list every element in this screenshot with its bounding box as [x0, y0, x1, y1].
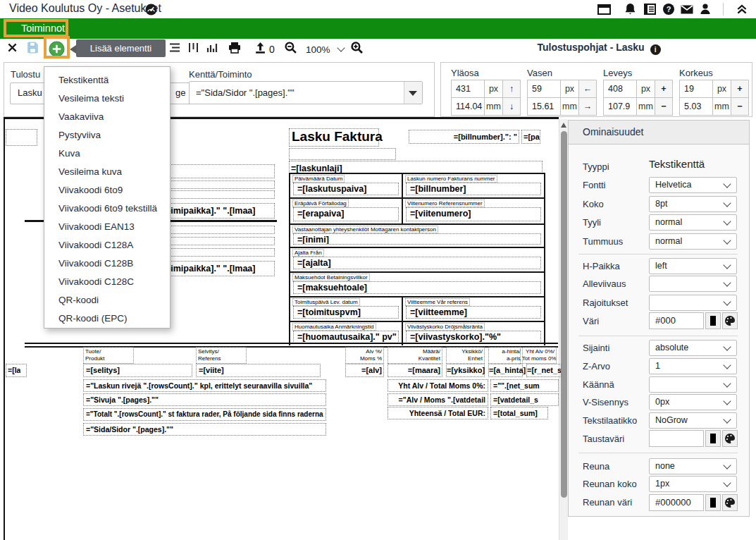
invoice-field[interactable]: =[la	[6, 364, 27, 377]
invoice-field[interactable]: ="Laskun rivejä ".[rowsCount]." kpl, eri…	[83, 379, 326, 392]
invoice-field[interactable]: =[viite]	[196, 364, 321, 377]
canvas-scrollbar[interactable]	[559, 119, 568, 540]
menu-item-kuva[interactable]: Kuva	[44, 145, 170, 163]
move-left-button[interactable]: ←	[578, 80, 597, 98]
help-icon[interactable]: ?	[663, 4, 674, 15]
menu-item-viivakoodi-c128c[interactable]: Viivakoodi C128C	[44, 273, 170, 291]
invoice-field[interactable]: =[billnumber]	[406, 183, 541, 195]
invoice-field[interactable]: =[viivastyskorko]."%"	[406, 331, 541, 343]
invoice-field[interactable]: =[maara]	[388, 364, 442, 377]
menu-item-viivakoodi-ean13[interactable]: Viivakoodi EAN13	[44, 218, 170, 236]
print-icon[interactable]	[228, 42, 242, 56]
scrollbar-thumb[interactable]	[561, 131, 567, 498]
save-icon[interactable]	[27, 42, 41, 56]
taustavari-swatch-button[interactable]	[705, 430, 721, 447]
bar-chart-icon[interactable]	[206, 42, 221, 56]
menu-item-qr-koodi-epc[interactable]: QR-koodi (EPC)	[44, 309, 170, 328]
zoom-out-icon[interactable]	[285, 42, 299, 56]
top-px-input[interactable]: 431	[451, 80, 485, 98]
invoice-field[interactable]: =[maksuehtoale]	[293, 281, 541, 294]
menu-item-viivakoodi-c128b[interactable]: Viivakoodi C128B	[44, 254, 170, 273]
vari-swatch-button[interactable]	[705, 312, 721, 329]
invoice-field[interactable]: =[yksikko]	[446, 364, 485, 377]
top-mm-input[interactable]: 114.04	[451, 97, 485, 116]
zoom-level-select[interactable]: 100%	[306, 43, 345, 57]
sijainti-select[interactable]: absolute	[649, 340, 737, 356]
reunan-vari-palette-button[interactable]	[722, 494, 738, 511]
invoice-field[interactable]: =[viitteemme]	[406, 306, 541, 319]
h-paikka-select[interactable]: left	[649, 258, 737, 274]
mail-icon[interactable]	[681, 4, 693, 17]
invoice-field[interactable]: =[a_hinta]	[488, 364, 523, 377]
vari-input[interactable]: #000	[649, 312, 704, 329]
reunan-vari-swatch-button[interactable]	[705, 494, 721, 511]
invoice-field-empty[interactable]	[289, 148, 396, 160]
menu-item-viivakoodi-6to9-tekstilla[interactable]: Viivakoodi 6to9 tekstillä	[44, 200, 170, 218]
width-px-input[interactable]: 408	[603, 80, 637, 98]
height-decrease-button[interactable]: −	[731, 97, 749, 116]
invoice-field[interactable]: =[laskunlaji]	[289, 161, 543, 173]
align-lines-icon[interactable]	[169, 42, 183, 56]
menu-item-tekstikentta[interactable]: Tekstikenttä	[44, 71, 170, 90]
invoice-field[interactable]: =[huomautusaika]." pv"	[293, 331, 399, 343]
reuna-select[interactable]: none	[649, 458, 737, 474]
invoice-field[interactable]: =[toimituspvm]	[293, 306, 399, 319]
distribute-columns-icon[interactable]	[188, 42, 202, 56]
invoice-field[interactable]: =[vatdetail_s	[490, 393, 559, 406]
invoice-field[interactable]: ="Sivuja ".[pages].""	[83, 393, 326, 406]
invoice-field[interactable]: =[ajalta]	[293, 257, 541, 269]
fontti-select[interactable]: Helvetica	[649, 177, 737, 193]
invoice-field[interactable]: =[erapaiva]	[293, 207, 399, 221]
field-function-combobox[interactable]: ="Sida/Sidor ".[pages].""	[189, 81, 423, 104]
reunan-koko-select[interactable]: 1px	[649, 476, 737, 492]
v-sisennys-select[interactable]: 0px	[649, 394, 737, 410]
invoice-field[interactable]: Yhteensä / Total EUR:	[388, 407, 488, 419]
menu-item-vaakaviiva[interactable]: Vaakaviiva	[44, 108, 170, 126]
invoice-field[interactable]: Yht Alv / Total Moms 0%:	[388, 379, 488, 392]
info-icon[interactable]: i	[650, 44, 661, 55]
width-mm-input[interactable]: 107.9	[603, 97, 637, 116]
invoice-field[interactable]: ="Alv / Moms ".[vatdetail	[388, 393, 488, 406]
invoice-field[interactable]: ="".[net_sum	[490, 379, 559, 392]
reunan-vari-input[interactable]: #000000	[649, 494, 704, 511]
invoice-field[interactable]: =[inimi]	[293, 233, 541, 245]
invoice-field[interactable]: =[pa	[521, 130, 540, 144]
field-function-input[interactable]: ="Sida/Sidor ".[pages].""	[190, 82, 404, 104]
menu-item-viivakoodi-6to9[interactable]: Viivakoodi 6to9	[44, 181, 170, 200]
width-decrease-button[interactable]: −	[655, 97, 673, 116]
tyyli-select[interactable]: normal	[649, 214, 737, 231]
menu-item-vesileima-teksti[interactable]: Vesileima teksti	[44, 90, 170, 108]
invoice-title-field[interactable]: Lasku Faktura	[289, 128, 379, 147]
journal-icon[interactable]	[644, 4, 656, 18]
left-px-input[interactable]: 59	[527, 80, 561, 98]
move-down-button[interactable]: ↓	[502, 97, 521, 116]
invoice-field[interactable]: =[viitenumero]	[406, 207, 541, 221]
rajoitukset-select[interactable]	[649, 295, 737, 311]
vari-palette-button[interactable]	[722, 312, 738, 329]
invoice-field[interactable]: =[selitys]	[83, 364, 192, 377]
width-increase-button[interactable]: +	[655, 80, 673, 98]
taustavari-palette-button[interactable]	[722, 430, 738, 447]
invoice-field[interactable]: =[alv]	[345, 364, 384, 377]
z-arvo-select[interactable]: 1	[649, 358, 737, 374]
bell-icon[interactable]	[624, 3, 636, 18]
height-px-input[interactable]: 19	[679, 80, 713, 98]
invoice-field[interactable]: =[total_sum]	[490, 407, 548, 419]
gauge-icon[interactable]	[145, 4, 157, 18]
menu-item-pystyviiva[interactable]: Pystyviiva	[44, 126, 170, 145]
height-increase-button[interactable]: +	[731, 80, 749, 98]
invoice-field selected-field[interactable]: ="Sida/Sidor ".[pages].""	[83, 423, 326, 436]
scroll-up-arrow[interactable]	[561, 123, 566, 128]
upload-icon[interactable]	[254, 42, 268, 56]
koko-select[interactable]: 8pt	[649, 196, 737, 212]
alleviivaus-select[interactable]	[649, 276, 737, 292]
field-function-dropdown-button[interactable]	[404, 82, 422, 104]
menu-item-viivakoodi-c128a[interactable]: Viivakoodi C128A	[44, 236, 170, 254]
menu-item-qr-koodi[interactable]: QR-koodi	[44, 291, 170, 309]
invoice-field[interactable]: ="Totalt ".[rowsCount]." st faktura rade…	[83, 408, 326, 421]
invoice-field[interactable]: =[laskutuspaiva]	[293, 183, 399, 195]
taustavari-input[interactable]	[649, 430, 704, 447]
user-icon[interactable]	[700, 3, 711, 18]
height-mm-input[interactable]: 5.03	[679, 97, 713, 116]
menu-item-vesileima-kuva[interactable]: Vesileima kuva	[44, 163, 170, 181]
